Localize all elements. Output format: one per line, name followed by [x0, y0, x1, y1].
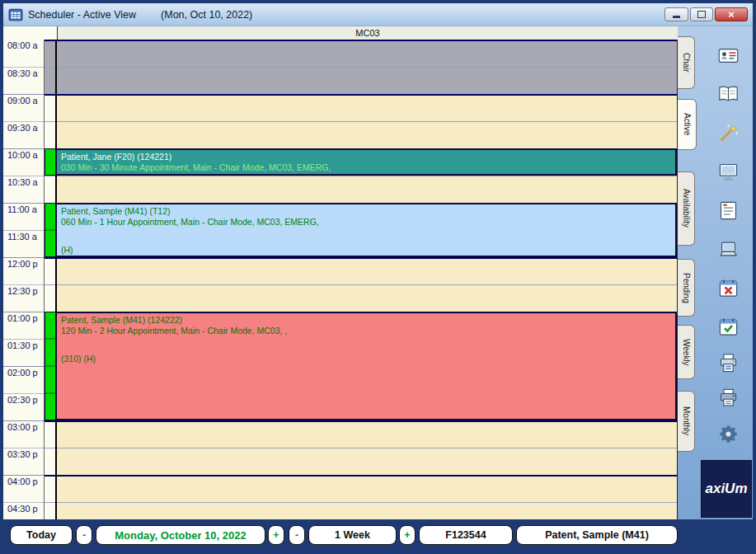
form-list-icon: [717, 200, 740, 222]
range-decrease-button[interactable]: -: [289, 525, 305, 545]
status-strip-column: [45, 40, 55, 519]
appointment-form-button[interactable]: [714, 196, 742, 224]
right-panel: Chair Active Availability Pending Weekly…: [678, 26, 753, 519]
window-title-date: (Mon, Oct 10, 2022): [161, 9, 252, 21]
minimize-button[interactable]: [664, 7, 688, 21]
appointment-extra: (310) (H): [61, 354, 671, 364]
range-button[interactable]: 1 Week: [308, 525, 397, 545]
settings-button[interactable]: [714, 420, 742, 448]
appointment-extra: (H): [61, 245, 671, 256]
appointment-status-strip: [45, 203, 55, 257]
appointment-body: Patient, Jane (F20) (124221) 030 Min - 3…: [55, 148, 677, 176]
close-button[interactable]: ×: [715, 7, 748, 21]
scheduler-app-icon: [8, 7, 23, 22]
schedule-grid[interactable]: [57, 40, 678, 519]
cancel-appointment-button[interactable]: [714, 274, 742, 302]
monitor-icon: [717, 161, 740, 183]
unavailable-block: [57, 40, 677, 94]
wizard-button[interactable]: [714, 119, 742, 147]
column-header-row: MC03: [3, 26, 678, 40]
appointment-details: 060 Min - 1 Hour Appointment, Main - Cha…: [61, 217, 671, 228]
axium-logo: axiUm: [701, 460, 752, 518]
time-label: 01:30 p: [3, 339, 44, 366]
unavailable-block: [45, 40, 55, 94]
time-label: 10:00 a: [3, 148, 44, 176]
time-label: 12:00 p: [3, 257, 44, 284]
content-area: MC03 08:00 a 08:30 a 09:00 a 09:30 a 10:…: [3, 26, 753, 519]
time-label: 11:30 a: [3, 230, 44, 257]
current-date-button[interactable]: Monday, October 10, 2022: [96, 525, 265, 545]
tab-active[interactable]: Active: [678, 99, 697, 150]
tab-chair[interactable]: Chair: [678, 36, 695, 89]
time-label: 03:30 p: [3, 448, 44, 475]
time-label: 03:00 p: [3, 420, 44, 448]
confirm-appointment-button[interactable]: [714, 312, 742, 340]
time-label: 02:30 p: [3, 393, 44, 420]
range-increase-button[interactable]: +: [399, 525, 416, 545]
workstation-button[interactable]: [714, 157, 742, 185]
bottom-bar: Today - Monday, October 10, 2022 + - 1 W…: [3, 519, 753, 551]
time-label: 09:00 a: [3, 94, 44, 121]
gear-icon: [717, 423, 740, 445]
calendar-cancel-icon: [717, 277, 740, 299]
reference-book-button[interactable]: [714, 80, 742, 108]
appointment-details: 120 Min - 2 Hour Appointment, Main - Cha…: [61, 326, 671, 336]
appointment-details: 030 Min - 30 Minute Appointment, Main - …: [61, 162, 671, 173]
appointment-patient: Patient, Sample (M41) (T12): [61, 206, 671, 217]
title-bar[interactable]: Scheduler - Active View (Mon, Oct 10, 20…: [3, 3, 753, 26]
maximize-button[interactable]: [690, 7, 713, 21]
date-next-button[interactable]: +: [268, 525, 284, 545]
time-label: 08:00 a: [3, 40, 44, 67]
selected-patient-button[interactable]: Patent, Sample (M41): [516, 525, 678, 545]
time-label: 01:00 p: [3, 312, 44, 339]
patient-card-button[interactable]: [714, 41, 742, 69]
today-button[interactable]: Today: [10, 525, 73, 545]
column-header-corner: [3, 26, 57, 40]
window-title: Scheduler - Active View: [28, 9, 136, 21]
minimize-icon: [673, 16, 680, 18]
time-label: 10:30 a: [3, 176, 44, 203]
appointment-body: Patient, Sample (M41) (T12) 060 Min - 1 …: [55, 203, 677, 257]
time-label: 04:00 p: [3, 475, 44, 502]
laptop-icon: [717, 238, 740, 261]
print-button[interactable]: [714, 383, 742, 411]
time-label: 04:30 p: [3, 502, 44, 519]
column-header-mc03[interactable]: MC03: [57, 26, 678, 40]
appointment-block[interactable]: Patient, Sample (M41) (T12) 060 Min - 1 …: [45, 203, 677, 257]
patient-card-icon: [717, 45, 740, 67]
calendar-check-icon: [717, 316, 740, 338]
date-previous-button[interactable]: -: [76, 525, 92, 545]
tab-weekly[interactable]: Weekly: [678, 325, 695, 379]
appointment-block[interactable]: Patent, Sample (M41) (124222) 120 Min - …: [45, 312, 677, 420]
schedule-area: MC03 08:00 a 08:30 a 09:00 a 09:30 a 10:…: [3, 26, 678, 519]
appointment-body: Patent, Sample (M41) (124222) 120 Min - …: [55, 312, 677, 420]
appointment-block[interactable]: Patient, Jane (F20) (124221) 030 Min - 3…: [45, 148, 677, 176]
appointment-status-strip: [45, 312, 55, 420]
time-label: 11:00 a: [3, 203, 44, 230]
clinic-code-button[interactable]: F123544: [419, 525, 513, 545]
book-icon: [717, 83, 740, 106]
appointment-patient: Patent, Sample (M41) (124222): [61, 315, 671, 326]
tab-pending[interactable]: Pending: [678, 259, 695, 317]
time-label: 12:30 p: [3, 284, 44, 312]
printer-icon: [717, 387, 740, 409]
scheduler-window: Scheduler - Active View (Mon, Oct 10, 20…: [0, 0, 756, 554]
schedule-rows: 08:00 a 08:30 a 09:00 a 09:30 a 10:00 a …: [3, 40, 678, 519]
time-label: 09:30 a: [3, 121, 44, 148]
print-preview-button[interactable]: [714, 349, 742, 377]
laptop-button[interactable]: [714, 235, 742, 263]
print-preview-icon: [717, 352, 740, 374]
appointment-status-strip: [45, 148, 55, 176]
tab-availability[interactable]: Availability: [678, 171, 695, 246]
appointment-patient: Patient, Jane (F20) (124221): [61, 152, 671, 162]
magic-wand-icon: [717, 122, 740, 144]
time-label: 02:00 p: [3, 366, 44, 393]
time-label: 08:30 a: [3, 67, 44, 94]
tab-monthly[interactable]: Monthly: [678, 391, 695, 452]
maximize-icon: [697, 11, 706, 18]
time-gutter: 08:00 a 08:30 a 09:00 a 09:30 a 10:00 a …: [3, 40, 44, 519]
